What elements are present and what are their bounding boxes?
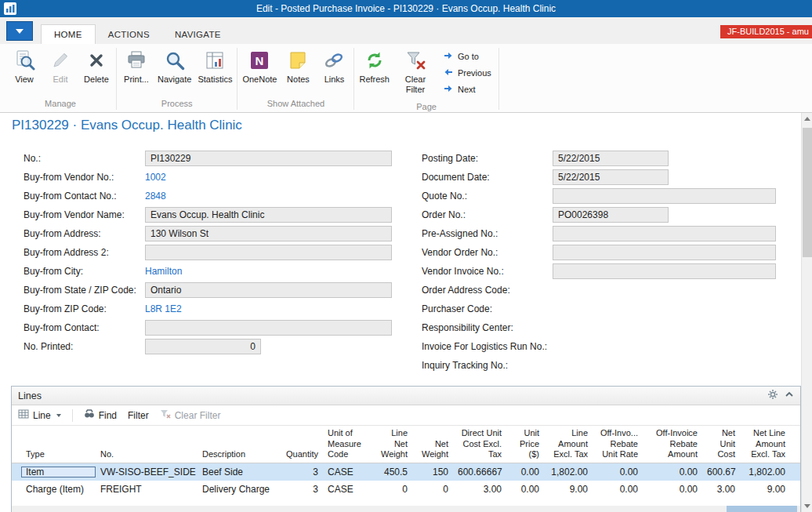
line-cell-type[interactable]: Charge (Item) <box>21 484 96 495</box>
line-cell-unit-of-measure[interactable]: CASE <box>323 484 372 495</box>
col-header-line-net-weight[interactable]: Line Net Weight <box>372 428 412 459</box>
navigate-icon <box>163 49 187 72</box>
clear-filter-button[interactable]: Clear Filter <box>160 409 221 422</box>
col-header-direct-unit-cost[interactable]: Direct Unit Cost Excl. Tax <box>453 428 506 459</box>
line-cell-net-unit-cost[interactable]: 600.67 <box>702 467 740 478</box>
onenote-button[interactable]: N OneNote <box>239 45 280 86</box>
buy-from-contact-field[interactable] <box>145 320 392 336</box>
line-cell-net-unit-cost[interactable]: 3.00 <box>702 484 740 495</box>
goto-button[interactable]: Go to <box>441 50 494 63</box>
line-cell-no[interactable]: VW-SISO-BEEF_SIDE <box>96 467 198 478</box>
view-button[interactable]: View <box>6 45 42 86</box>
col-header-description[interactable]: Description <box>198 449 276 459</box>
line-cell-net-weight[interactable]: 150 <box>412 467 453 478</box>
inquiry-tracking-no-label: Inquiry Tracking No.: <box>422 360 553 371</box>
delete-button[interactable]: Delete <box>78 45 114 86</box>
clear-filter-button-ribbon[interactable]: Clear Filter <box>393 45 438 96</box>
line-cell-rebate-unit-rate[interactable]: 0.00 <box>593 467 643 478</box>
line-cell-unit-of-measure[interactable]: CASE <box>323 467 372 478</box>
collapse-lines-icon[interactable] <box>785 390 794 401</box>
scroll-up-button[interactable] <box>802 113 812 125</box>
svg-text:N: N <box>256 54 264 67</box>
line-cell-quantity[interactable]: 3 <box>276 467 323 478</box>
filter-button[interactable]: Filter <box>128 410 149 421</box>
line-row[interactable]: Charge (Item) FREIGHT Delivery Charge 3 … <box>12 481 800 498</box>
buy-from-address-2-field[interactable] <box>145 245 392 260</box>
line-cell-net-weight[interactable]: 0 <box>412 484 453 495</box>
buy-from-contact-no-link[interactable]: 2848 <box>145 191 166 202</box>
tab-actions[interactable]: ACTIONS <box>96 25 162 44</box>
col-header-unit-of-measure-code[interactable]: Unit of Measure Code <box>323 428 372 459</box>
col-header-off-invoice-rebate-unit-rate[interactable]: Off-Invo... Rebate Unit Rate <box>593 428 643 459</box>
edit-button[interactable]: Edit <box>42 45 78 86</box>
line-cell-unit-price[interactable]: 0.00 <box>506 484 544 495</box>
col-header-net-weight[interactable]: Net Weight <box>412 439 453 459</box>
line-cell-net-line-amount[interactable]: 9.00 <box>740 484 790 495</box>
vendor-invoice-no-field[interactable] <box>553 263 776 279</box>
col-header-line-amount[interactable]: Line Amount Excl. Tax <box>544 428 593 459</box>
app-menu-button[interactable] <box>6 21 33 41</box>
tab-navigate[interactable]: NAVIGATE <box>162 25 234 44</box>
buy-from-vendor-no-link[interactable]: 1002 <box>145 172 166 183</box>
col-header-no[interactable]: No. <box>96 449 198 459</box>
buy-from-address-field[interactable]: 130 Wilson St <box>145 226 392 241</box>
document-date-field[interactable]: 5/22/2015 <box>553 169 669 185</box>
col-header-off-invoice-rebate-amount[interactable]: Off-Invoice Rebate Amount <box>643 428 702 459</box>
buy-from-zip-code-link[interactable]: L8R 1E2 <box>145 303 182 314</box>
line-cell-rebate-unit-rate[interactable]: 0.00 <box>593 484 643 495</box>
navigate-button[interactable]: Navigate <box>154 45 194 86</box>
col-header-type[interactable]: Type <box>21 449 96 459</box>
find-icon <box>84 409 95 422</box>
line-cell-line-amount[interactable]: 1,802.00 <box>544 467 593 478</box>
tab-home[interactable]: HOME <box>41 24 96 44</box>
general-section-left: No.:PI130229 Buy-from Vendor No.:1002 Bu… <box>24 149 392 356</box>
line-row[interactable]: Item VW-SISO-BEEF_SIDE Beef Side 3 CASE … <box>12 463 800 481</box>
col-header-quantity[interactable]: Quantity <box>276 449 323 459</box>
line-cell-description[interactable]: Delivery Charge <box>198 484 276 495</box>
line-cell-direct-unit-cost[interactable]: 600.66667 <box>453 467 506 478</box>
line-cell-type[interactable]: Item <box>21 467 96 478</box>
posting-date-field[interactable]: 5/22/2015 <box>553 151 669 166</box>
no-printed-field[interactable]: 0 <box>145 339 261 354</box>
col-header-net-line-amount[interactable]: Net Line Amount Excl. Tax <box>740 428 790 459</box>
links-button[interactable]: Links <box>316 45 352 86</box>
buy-from-city-link[interactable]: Hamilton <box>145 266 182 277</box>
line-cell-net-line-amount[interactable]: 1,802.00 <box>740 467 790 478</box>
line-cell-direct-unit-cost[interactable]: 3.00 <box>453 484 506 495</box>
print-button[interactable]: Print... <box>118 45 154 86</box>
line-cell-line-net-weight[interactable]: 0 <box>372 484 412 495</box>
find-label: Find <box>99 410 117 421</box>
line-menu-button[interactable]: Line <box>18 409 61 422</box>
line-cell-description[interactable]: Beef Side <box>198 467 276 478</box>
horizontal-scrollbar-thumb[interactable] <box>727 506 797 512</box>
vendor-order-no-field[interactable] <box>553 245 776 260</box>
buy-from-state-zip-field[interactable]: Ontario <box>145 282 392 298</box>
line-cell-quantity[interactable]: 3 <box>276 484 323 495</box>
next-button[interactable]: Next <box>441 83 494 96</box>
col-header-net-unit-cost[interactable]: Net Unit Cost <box>702 428 740 459</box>
statistics-button[interactable]: Statistics <box>194 45 235 86</box>
line-cell-rebate-amount[interactable]: 0.00 <box>643 467 702 478</box>
pre-assigned-no-field[interactable] <box>553 226 776 241</box>
find-button[interactable]: Find <box>84 409 117 422</box>
lines-header[interactable]: Lines <box>12 387 800 405</box>
notes-button[interactable]: Notes <box>280 45 316 86</box>
vertical-scrollbar-thumb[interactable] <box>803 128 812 257</box>
buy-from-vendor-name-label: Buy-from Vendor Name: <box>24 209 145 220</box>
order-no-field[interactable]: PO0026398 <box>553 207 669 223</box>
line-cell-no[interactable]: FREIGHT <box>96 484 198 495</box>
no-field[interactable]: PI130229 <box>145 151 392 166</box>
previous-button[interactable]: Previous <box>441 67 494 79</box>
quote-no-field[interactable] <box>553 188 776 204</box>
vertical-scrollbar[interactable] <box>801 113 812 512</box>
line-cell-rebate-amount[interactable]: 0.00 <box>643 484 702 495</box>
lines-horizontal-scrollbar[interactable] <box>12 506 800 512</box>
line-cell-line-amount[interactable]: 9.00 <box>544 484 593 495</box>
line-cell-line-net-weight[interactable]: 450.5 <box>372 467 412 478</box>
refresh-button[interactable]: Refresh <box>356 45 393 86</box>
buy-from-vendor-name-field[interactable]: Evans Occup. Health Clinic <box>145 207 392 223</box>
col-header-unit-price[interactable]: Unit Price ($) <box>506 428 544 459</box>
customize-icon[interactable] <box>767 389 778 402</box>
line-cell-unit-price[interactable]: 0.00 <box>506 467 544 478</box>
scroll-down-button[interactable] <box>802 500 812 512</box>
